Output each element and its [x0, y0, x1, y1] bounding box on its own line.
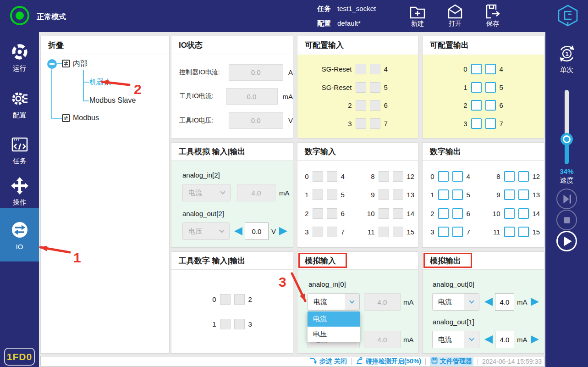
- digital-output-checkbox[interactable]: [438, 171, 449, 182]
- unit-label: mA: [403, 331, 414, 348]
- digital-input-checkbox: [379, 208, 389, 219]
- slider-thumb[interactable]: [561, 133, 573, 145]
- increment-arrow-button[interactable]: [530, 331, 541, 348]
- digital-output-checkbox[interactable]: [504, 208, 515, 219]
- io-tree-panel: 折叠 内部 机器人 Modbus Slave Mo: [40, 36, 170, 354]
- digital-output-checkbox[interactable]: [518, 208, 529, 219]
- play-button[interactable]: [556, 231, 577, 251]
- io-index-label: 7: [500, 120, 510, 128]
- digital-input-checkbox: [393, 189, 403, 200]
- digital-output-checkbox[interactable]: [504, 189, 515, 200]
- digital-output-checkbox[interactable]: [452, 227, 463, 237]
- config-output-checkbox[interactable]: [485, 82, 496, 93]
- file-manager-button[interactable]: 文件管理器: [430, 357, 473, 366]
- collision-robot-icon: [356, 357, 363, 366]
- single-cycle-control[interactable]: 1 单次: [545, 43, 588, 74]
- stop-button[interactable]: [556, 210, 577, 230]
- sidebar-item-config[interactable]: 配置: [0, 89, 39, 120]
- io-status-label: 工具IO电压:: [179, 117, 229, 125]
- config-output-row: 0 4: [423, 64, 544, 74]
- config-input-row: 3 7: [297, 118, 418, 129]
- io-index-label: SG-Reset: [322, 65, 352, 73]
- unit-label: mA: [403, 293, 414, 311]
- sidebar-item-task[interactable]: 任务: [0, 135, 39, 166]
- divider: [425, 358, 426, 365]
- config-output-checkbox[interactable]: [471, 82, 482, 93]
- digital-output-checkbox[interactable]: [452, 189, 463, 200]
- io-index-label: 4: [500, 65, 510, 73]
- disk-icon: [431, 357, 438, 365]
- sidebar-item-run[interactable]: 运行: [0, 42, 39, 73]
- io-index-label: 12: [533, 172, 543, 180]
- digital-input-row: 26 1014: [297, 208, 418, 219]
- config-output-row: 3 7: [423, 118, 544, 129]
- task-row: 任务 test1_socket: [317, 5, 376, 13]
- digital-output-checkbox[interactable]: [518, 189, 529, 200]
- increment-arrow-button[interactable]: [530, 293, 541, 311]
- digital-output-checkbox[interactable]: [504, 227, 515, 237]
- decrement-arrow-button[interactable]: [483, 331, 494, 348]
- io-index-label: 1: [206, 320, 216, 328]
- config-output-checkbox[interactable]: [485, 100, 496, 111]
- sidebar-item-operate[interactable]: 操作: [0, 176, 39, 207]
- config-output-checkbox[interactable]: [471, 100, 482, 111]
- analog-out1-value-field[interactable]: 4.0: [495, 331, 514, 348]
- sidebar-item-io[interactable]: IO: [0, 208, 39, 261]
- digital-input-checkbox: [313, 208, 323, 219]
- panel-title: 工具数字 输入|输出: [171, 252, 293, 270]
- channel-label: analog_out[0]: [433, 280, 474, 288]
- decrement-arrow-button[interactable]: [483, 293, 494, 311]
- step-next-button[interactable]: [556, 189, 577, 209]
- new-button[interactable]: 新建: [409, 3, 426, 28]
- step-mode-toggle[interactable]: 步进 关闭: [309, 357, 347, 366]
- analog-out0-value-field[interactable]: 4.0: [495, 293, 514, 311]
- dropdown-option-voltage[interactable]: 电压: [308, 327, 360, 342]
- digital-output-checkbox[interactable]: [438, 227, 449, 237]
- tree-node-robot[interactable]: 机器人: [89, 78, 111, 95]
- digital-output-checkbox[interactable]: [438, 208, 449, 219]
- analog-out1-mode-select[interactable]: 电流: [432, 331, 479, 348]
- step-mode-label: 步进 关闭: [319, 357, 347, 366]
- digital-output-checkbox[interactable]: [518, 171, 529, 182]
- config-input-row: SG-Reset 4: [297, 64, 418, 74]
- digital-output-checkbox[interactable]: [518, 227, 529, 237]
- analog-in0-mode-select[interactable]: 电流: [308, 293, 360, 311]
- tool-digital-panel: 工具数字 输入|输出 0 2 1 3: [171, 251, 293, 354]
- tree-collapse-header[interactable]: 折叠: [41, 36, 169, 54]
- status-bar: 步进 关闭 碰撞检测开启(50%) 文件管理器 2024-06-14 15:59…: [40, 356, 544, 367]
- digital-input-checkbox: [327, 208, 337, 219]
- open-button[interactable]: 打开: [446, 3, 464, 28]
- digital-output-checkbox[interactable]: [452, 171, 463, 182]
- analog-out0-mode-select[interactable]: 电流: [432, 293, 479, 311]
- io-status-label: 控制器IO电流:: [179, 68, 229, 77]
- config-output-checkbox[interactable]: [485, 118, 496, 129]
- config-output-checkbox[interactable]: [485, 64, 496, 74]
- io-index-label: 2: [248, 295, 258, 303]
- divider: [351, 358, 352, 365]
- digital-output-checkbox[interactable]: [452, 208, 463, 219]
- io-index-label: 0: [457, 65, 467, 73]
- dropdown-option-current[interactable]: 电流: [308, 311, 360, 327]
- digital-output-checkbox[interactable]: [438, 189, 449, 200]
- tree-node-modbus-slave[interactable]: Modbus Slave: [89, 96, 136, 105]
- save-button[interactable]: 保存: [484, 3, 501, 28]
- tree-node-internal[interactable]: 内部: [73, 59, 88, 69]
- tree-collapse-toggle[interactable]: [47, 59, 57, 69]
- digital-output-checkbox[interactable]: [504, 171, 515, 182]
- mode-dropdown-list: 电流 电压: [308, 311, 360, 342]
- run-target-icon: [0, 42, 39, 61]
- digital-input-row: 04 812: [297, 171, 418, 182]
- sidebar-item-label: 运行: [13, 64, 27, 72]
- config-output-checkbox[interactable]: [471, 64, 482, 74]
- collision-detect-item[interactable]: 碰撞检测开启(50%): [356, 357, 421, 366]
- tool-analog-out-value-field[interactable]: 0.0: [245, 222, 269, 240]
- digital-input-checkbox: [327, 171, 337, 182]
- config-output-checkbox[interactable]: [471, 118, 482, 129]
- config-input-checkbox: [370, 64, 380, 74]
- tree-node-modbus[interactable]: Modbus: [73, 114, 99, 122]
- io-index-label: 5: [384, 83, 394, 91]
- increment-arrow-button[interactable]: [278, 222, 289, 240]
- io-index-label: 7: [384, 120, 394, 128]
- decrement-arrow-button[interactable]: [232, 222, 243, 240]
- io-status-label: 工具IO电流:: [179, 92, 226, 100]
